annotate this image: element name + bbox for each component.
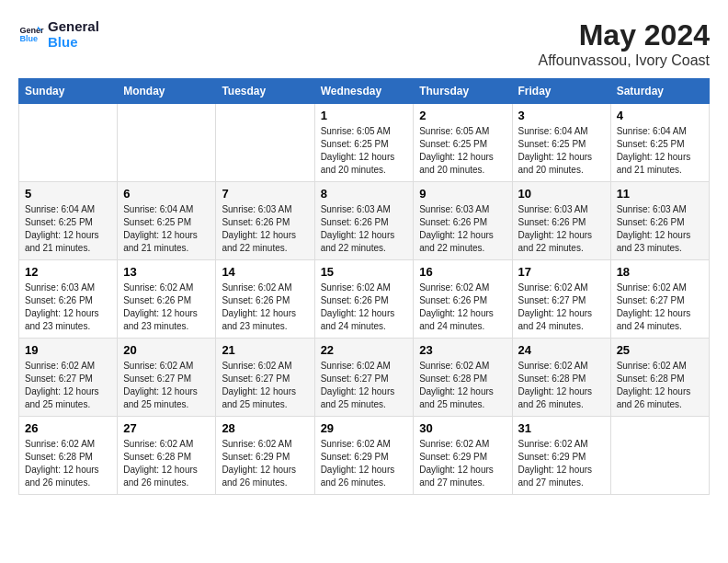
day-number: 16 bbox=[419, 265, 506, 279]
calendar-header-row: SundayMondayTuesdayWednesdayThursdayFrid… bbox=[19, 79, 710, 104]
calendar-week-3: 12Sunrise: 6:03 AMSunset: 6:26 PMDayligh… bbox=[19, 260, 710, 339]
calendar-cell: 11Sunrise: 6:03 AMSunset: 6:26 PMDayligh… bbox=[610, 182, 709, 260]
calendar-cell: 30Sunrise: 6:02 AMSunset: 6:29 PMDayligh… bbox=[414, 417, 512, 495]
day-info: Sunrise: 6:04 AMSunset: 6:25 PMDaylight:… bbox=[617, 125, 703, 177]
day-number: 26 bbox=[25, 421, 111, 435]
day-info: Sunrise: 6:03 AMSunset: 6:26 PMDaylight:… bbox=[617, 203, 703, 255]
day-number: 25 bbox=[617, 343, 703, 357]
day-number: 31 bbox=[518, 421, 605, 435]
day-number: 19 bbox=[25, 343, 111, 357]
calendar-cell: 18Sunrise: 6:02 AMSunset: 6:27 PMDayligh… bbox=[610, 260, 709, 339]
day-info: Sunrise: 6:02 AMSunset: 6:27 PMDaylight:… bbox=[123, 360, 210, 411]
calendar-cell: 16Sunrise: 6:02 AMSunset: 6:26 PMDayligh… bbox=[414, 260, 512, 339]
day-info: Sunrise: 6:02 AMSunset: 6:26 PMDaylight:… bbox=[222, 282, 308, 333]
logo-line2: Blue bbox=[48, 34, 99, 50]
day-info: Sunrise: 6:02 AMSunset: 6:27 PMDaylight:… bbox=[518, 282, 605, 333]
calendar-cell: 12Sunrise: 6:03 AMSunset: 6:26 PMDayligh… bbox=[19, 260, 118, 339]
calendar-cell: 9Sunrise: 6:03 AMSunset: 6:26 PMDaylight… bbox=[414, 182, 512, 260]
day-info: Sunrise: 6:03 AMSunset: 6:26 PMDaylight:… bbox=[518, 203, 605, 255]
day-info: Sunrise: 6:02 AMSunset: 6:28 PMDaylight:… bbox=[518, 360, 605, 411]
day-number: 4 bbox=[617, 109, 703, 122]
day-number: 28 bbox=[222, 421, 308, 435]
day-number: 12 bbox=[25, 265, 111, 279]
header-sunday: Sunday bbox=[19, 79, 118, 104]
logo: General Blue General Blue bbox=[18, 18, 99, 50]
calendar-cell: 24Sunrise: 6:02 AMSunset: 6:28 PMDayligh… bbox=[512, 339, 610, 417]
calendar-cell: 7Sunrise: 6:03 AMSunset: 6:26 PMDaylight… bbox=[216, 182, 314, 260]
day-number: 24 bbox=[518, 343, 605, 357]
day-info: Sunrise: 6:02 AMSunset: 6:26 PMDaylight:… bbox=[419, 282, 506, 333]
day-info: Sunrise: 6:05 AMSunset: 6:25 PMDaylight:… bbox=[321, 125, 408, 177]
day-info: Sunrise: 6:03 AMSunset: 6:26 PMDaylight:… bbox=[321, 203, 408, 255]
day-info: Sunrise: 6:02 AMSunset: 6:29 PMDaylight:… bbox=[518, 438, 605, 489]
day-info: Sunrise: 6:02 AMSunset: 6:28 PMDaylight:… bbox=[123, 438, 210, 489]
day-info: Sunrise: 6:02 AMSunset: 6:27 PMDaylight:… bbox=[617, 282, 703, 333]
logo-line1: General bbox=[48, 18, 99, 34]
day-info: Sunrise: 6:02 AMSunset: 6:26 PMDaylight:… bbox=[321, 282, 408, 333]
day-info: Sunrise: 6:04 AMSunset: 6:25 PMDaylight:… bbox=[25, 203, 111, 255]
calendar-table: SundayMondayTuesdayWednesdayThursdayFrid… bbox=[18, 78, 710, 495]
calendar-cell bbox=[19, 104, 118, 182]
day-number: 17 bbox=[518, 265, 605, 279]
header-tuesday: Tuesday bbox=[216, 79, 314, 104]
day-info: Sunrise: 6:02 AMSunset: 6:29 PMDaylight:… bbox=[222, 438, 308, 489]
calendar-cell: 5Sunrise: 6:04 AMSunset: 6:25 PMDaylight… bbox=[19, 182, 118, 260]
month-year-title: May 2024 bbox=[539, 18, 710, 52]
calendar-cell: 8Sunrise: 6:03 AMSunset: 6:26 PMDaylight… bbox=[314, 182, 414, 260]
calendar-cell: 29Sunrise: 6:02 AMSunset: 6:29 PMDayligh… bbox=[314, 417, 414, 495]
calendar-cell: 17Sunrise: 6:02 AMSunset: 6:27 PMDayligh… bbox=[512, 260, 610, 339]
header-wednesday: Wednesday bbox=[314, 79, 414, 104]
header-monday: Monday bbox=[118, 79, 216, 104]
calendar-cell: 14Sunrise: 6:02 AMSunset: 6:26 PMDayligh… bbox=[216, 260, 314, 339]
day-info: Sunrise: 6:02 AMSunset: 6:28 PMDaylight:… bbox=[617, 360, 703, 411]
day-info: Sunrise: 6:02 AMSunset: 6:28 PMDaylight:… bbox=[419, 360, 506, 411]
day-info: Sunrise: 6:04 AMSunset: 6:25 PMDaylight:… bbox=[518, 125, 605, 177]
day-info: Sunrise: 6:02 AMSunset: 6:27 PMDaylight:… bbox=[321, 360, 408, 411]
svg-text:Blue: Blue bbox=[19, 34, 38, 43]
day-number: 7 bbox=[222, 187, 308, 201]
day-info: Sunrise: 6:05 AMSunset: 6:25 PMDaylight:… bbox=[419, 125, 506, 177]
calendar-cell: 3Sunrise: 6:04 AMSunset: 6:25 PMDaylight… bbox=[512, 104, 610, 182]
day-number: 1 bbox=[321, 109, 408, 122]
calendar-week-2: 5Sunrise: 6:04 AMSunset: 6:25 PMDaylight… bbox=[19, 182, 710, 260]
day-info: Sunrise: 6:02 AMSunset: 6:27 PMDaylight:… bbox=[222, 360, 308, 411]
location-subtitle: Affounvassou, Ivory Coast bbox=[539, 52, 710, 69]
calendar-cell: 13Sunrise: 6:02 AMSunset: 6:26 PMDayligh… bbox=[118, 260, 216, 339]
calendar-week-1: 1Sunrise: 6:05 AMSunset: 6:25 PMDaylight… bbox=[19, 104, 710, 182]
day-number: 22 bbox=[321, 343, 408, 357]
calendar-cell bbox=[216, 104, 314, 182]
calendar-cell: 28Sunrise: 6:02 AMSunset: 6:29 PMDayligh… bbox=[216, 417, 314, 495]
day-number: 15 bbox=[321, 265, 408, 279]
calendar-cell bbox=[118, 104, 216, 182]
day-number: 27 bbox=[123, 421, 210, 435]
day-number: 21 bbox=[222, 343, 308, 357]
header-friday: Friday bbox=[512, 79, 610, 104]
day-number: 20 bbox=[123, 343, 210, 357]
day-info: Sunrise: 6:02 AMSunset: 6:27 PMDaylight:… bbox=[25, 360, 111, 411]
calendar-cell: 1Sunrise: 6:05 AMSunset: 6:25 PMDaylight… bbox=[314, 104, 414, 182]
header-saturday: Saturday bbox=[610, 79, 709, 104]
calendar-cell: 23Sunrise: 6:02 AMSunset: 6:28 PMDayligh… bbox=[414, 339, 512, 417]
day-number: 14 bbox=[222, 265, 308, 279]
calendar-cell: 31Sunrise: 6:02 AMSunset: 6:29 PMDayligh… bbox=[512, 417, 610, 495]
day-info: Sunrise: 6:02 AMSunset: 6:26 PMDaylight:… bbox=[123, 282, 210, 333]
day-info: Sunrise: 6:04 AMSunset: 6:25 PMDaylight:… bbox=[123, 203, 210, 255]
page-header: General Blue General Blue May 2024 Affou… bbox=[18, 18, 710, 69]
calendar-cell: 22Sunrise: 6:02 AMSunset: 6:27 PMDayligh… bbox=[314, 339, 414, 417]
day-info: Sunrise: 6:03 AMSunset: 6:26 PMDaylight:… bbox=[419, 203, 506, 255]
calendar-cell bbox=[610, 417, 709, 495]
day-number: 3 bbox=[518, 109, 605, 122]
logo-icon: General Blue bbox=[18, 21, 44, 47]
calendar-cell: 15Sunrise: 6:02 AMSunset: 6:26 PMDayligh… bbox=[314, 260, 414, 339]
day-number: 29 bbox=[321, 421, 408, 435]
calendar-cell: 21Sunrise: 6:02 AMSunset: 6:27 PMDayligh… bbox=[216, 339, 314, 417]
day-info: Sunrise: 6:02 AMSunset: 6:28 PMDaylight:… bbox=[25, 438, 111, 489]
calendar-week-4: 19Sunrise: 6:02 AMSunset: 6:27 PMDayligh… bbox=[19, 339, 710, 417]
day-number: 8 bbox=[321, 187, 408, 201]
calendar-cell: 19Sunrise: 6:02 AMSunset: 6:27 PMDayligh… bbox=[19, 339, 118, 417]
day-info: Sunrise: 6:02 AMSunset: 6:29 PMDaylight:… bbox=[419, 438, 506, 489]
day-number: 30 bbox=[419, 421, 506, 435]
calendar-cell: 20Sunrise: 6:02 AMSunset: 6:27 PMDayligh… bbox=[118, 339, 216, 417]
calendar-cell: 2Sunrise: 6:05 AMSunset: 6:25 PMDaylight… bbox=[414, 104, 512, 182]
calendar-cell: 26Sunrise: 6:02 AMSunset: 6:28 PMDayligh… bbox=[19, 417, 118, 495]
